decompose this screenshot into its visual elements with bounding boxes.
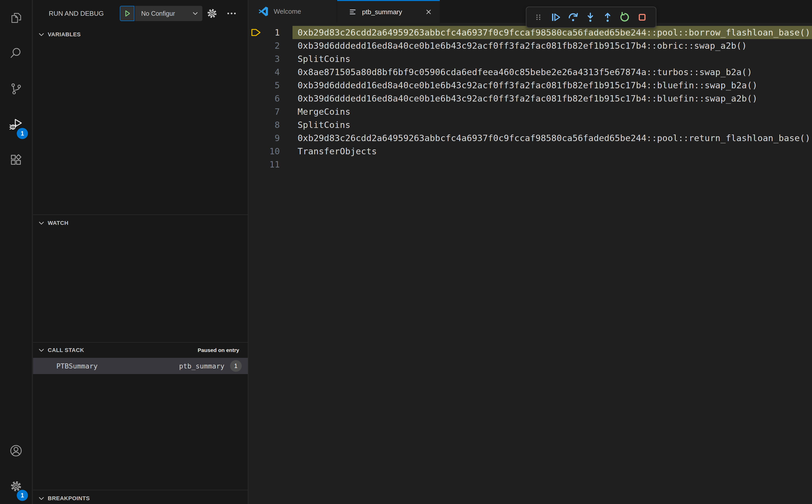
- chevron-down-icon: [192, 10, 199, 17]
- section-header-breakpoints[interactable]: BREAKPOINTS: [33, 492, 248, 504]
- source-control-icon: [9, 82, 23, 95]
- line-number: 1: [256, 26, 280, 39]
- stop-button[interactable]: [634, 9, 651, 26]
- stop-icon: [636, 11, 648, 23]
- line-number: 7: [256, 105, 280, 118]
- frame-badge: 1: [230, 360, 242, 372]
- line-text: 0x8ae871505a80d8bf6bf9c05906cda6edfeea46…: [297, 65, 752, 79]
- sidebar-item-extensions[interactable]: [0, 142, 32, 178]
- line-number: 8: [256, 118, 280, 131]
- code-line[interactable]: 11: [249, 158, 812, 171]
- section-divider: [33, 490, 248, 490]
- section-header-watch[interactable]: WATCH: [33, 217, 248, 229]
- code-line[interactable]: 7 MergeCoins: [249, 105, 812, 118]
- sidebar-item-source-control[interactable]: [0, 71, 32, 107]
- frame-name: PTBSummary: [56, 362, 98, 370]
- ellipsis-icon: [226, 8, 237, 19]
- chevron-down-icon: [38, 346, 45, 354]
- line-number: 9: [256, 131, 280, 145]
- chevron-down-icon: [38, 31, 45, 38]
- sidebar-item-explorer[interactable]: [0, 0, 32, 36]
- section-label: BREAKPOINTS: [48, 495, 90, 502]
- editor-code-area[interactable]: 1 0xb29d83c26cdd2a64959263abbcfc4a6937f0…: [249, 23, 812, 504]
- sidebar-item-run-and-debug[interactable]: 1: [0, 107, 32, 142]
- start-debugging-button[interactable]: [120, 6, 134, 21]
- code-line[interactable]: 6 0xb39d6dddedd16ed8a40ce0b1e6b43c92acf0…: [249, 92, 812, 105]
- line-number: 4: [256, 65, 280, 79]
- sidebar-item-search[interactable]: [0, 36, 32, 71]
- extensions-icon: [9, 153, 23, 166]
- views-more-actions-button[interactable]: [225, 7, 238, 20]
- line-text: MergeCoins: [297, 105, 350, 118]
- step-out-button[interactable]: [599, 9, 616, 26]
- line-text: 0xb39d6dddedd16ed8a40ce0b1e6b43c92acf0ff…: [297, 79, 757, 92]
- code-line[interactable]: 3 SplitCoins: [249, 52, 812, 65]
- debug-badge: 1: [17, 128, 28, 139]
- sidebar-header: RUN AND DEBUG No Configur: [33, 0, 248, 27]
- tab-label: ptb_summary: [362, 8, 402, 16]
- run-and-debug-sidebar: RUN AND DEBUG No Configur: [33, 0, 248, 504]
- line-text: 0xb29d83c26cdd2a64959263abbcfc4a6937f0c9…: [297, 131, 810, 145]
- vscode-logo-icon: [257, 6, 269, 17]
- line-text: TransferObjects: [297, 145, 377, 158]
- line-number: 3: [256, 52, 280, 65]
- restart-icon: [619, 11, 631, 23]
- pause-reason-status: Paused on entry: [198, 347, 239, 353]
- call-stack-frame-row[interactable]: PTBSummary ptb_summary 1: [33, 358, 248, 374]
- line-text: 0xb39d6dddedd16ed8a40ce0b1e6b43c92acf0ff…: [297, 39, 747, 52]
- close-icon[interactable]: [424, 7, 434, 17]
- debug-toolbar: [526, 7, 656, 28]
- debug-config-label: No Configur: [141, 10, 192, 17]
- activity-bar: 1: [0, 0, 32, 504]
- files-icon: [9, 11, 23, 24]
- step-into-button[interactable]: [582, 9, 599, 26]
- tab-ptb-summary[interactable]: ptb_summary: [337, 0, 440, 23]
- drag-handle-icon: [534, 12, 544, 22]
- step-over-button[interactable]: [565, 9, 582, 26]
- account-icon: [9, 444, 23, 458]
- line-text: 0xb39d6dddedd16ed8a40ce0b1e6b43c92acf0ff…: [297, 92, 757, 105]
- code-line[interactable]: 2 0xb39d6dddedd16ed8a40ce0b1e6b43c92acf0…: [249, 39, 812, 52]
- debug-start-group: No Configur: [120, 6, 202, 21]
- list-file-icon: [348, 7, 358, 17]
- debug-config-dropdown[interactable]: No Configur: [135, 6, 202, 21]
- settings-badge: 1: [17, 490, 28, 501]
- section-label: VARIABLES: [48, 31, 81, 38]
- debug-settings-button[interactable]: [205, 7, 219, 20]
- step-out-icon: [602, 11, 614, 23]
- code-line[interactable]: 10 TransferObjects: [249, 145, 812, 158]
- line-number: 2: [256, 39, 280, 52]
- accounts-button[interactable]: [0, 433, 32, 468]
- code-line[interactable]: 4 0x8ae871505a80d8bf6bf9c05906cda6edfeea…: [249, 65, 812, 79]
- section-divider: [33, 214, 248, 215]
- chevron-down-icon: [38, 495, 45, 502]
- step-over-icon: [567, 11, 579, 23]
- frame-source: ptb_summary: [179, 362, 224, 370]
- section-label: WATCH: [48, 220, 69, 226]
- line-number: 5: [256, 79, 280, 92]
- sidebar-title: RUN AND DEBUG: [49, 0, 104, 27]
- continue-button[interactable]: [547, 9, 565, 26]
- step-into-icon: [585, 11, 596, 23]
- line-number: 10: [256, 145, 280, 158]
- section-label: CALL STACK: [48, 347, 84, 354]
- chevron-down-icon: [38, 219, 45, 227]
- line-text: SplitCoins: [297, 118, 350, 131]
- gear-icon: [206, 8, 218, 19]
- tab-label: Welcome: [274, 8, 301, 15]
- search-icon: [9, 47, 23, 60]
- play-icon: [123, 9, 131, 18]
- toolbar-drag-handle[interactable]: [530, 9, 547, 26]
- continue-icon: [550, 11, 562, 23]
- restart-button[interactable]: [616, 9, 634, 26]
- settings-button[interactable]: 1: [0, 468, 32, 504]
- line-number: 6: [256, 92, 280, 105]
- code-line[interactable]: 8 SplitCoins: [249, 118, 812, 131]
- code-line[interactable]: 9 0xb29d83c26cdd2a64959263abbcfc4a6937f0…: [249, 131, 812, 145]
- section-header-call-stack[interactable]: CALL STACK Paused on entry: [33, 344, 248, 356]
- section-divider: [33, 342, 248, 343]
- code-line[interactable]: 5 0xb39d6dddedd16ed8a40ce0b1e6b43c92acf0…: [249, 79, 812, 92]
- tab-welcome[interactable]: Welcome: [249, 0, 337, 23]
- section-header-variables[interactable]: VARIABLES: [33, 28, 248, 41]
- line-text: SplitCoins: [297, 52, 350, 65]
